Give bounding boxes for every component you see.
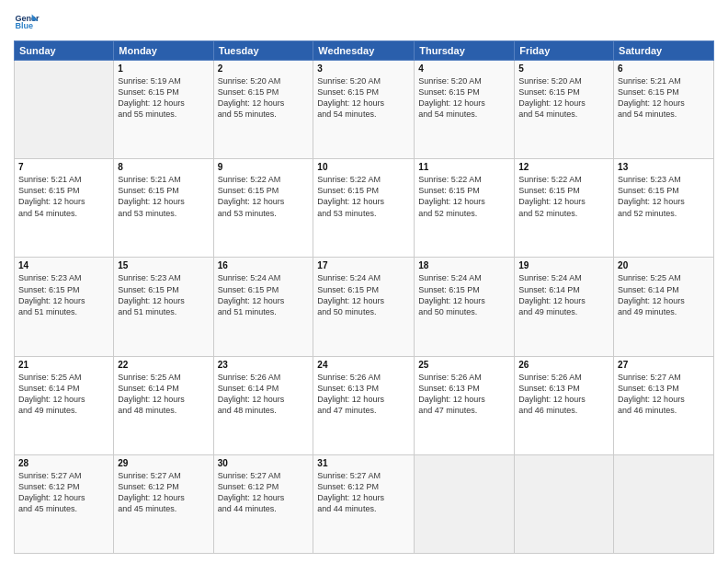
day-info-line: Daylight: 12 hours	[317, 196, 410, 207]
day-info-line: Daylight: 12 hours	[618, 196, 710, 207]
day-info-line: and 51 minutes.	[218, 306, 310, 317]
day-info-line: Daylight: 12 hours	[518, 394, 609, 405]
day-info-line: Sunset: 6:15 PM	[317, 185, 410, 196]
day-info-line: Sunrise: 5:23 AM	[18, 272, 109, 283]
calendar-cell	[515, 454, 614, 553]
day-info-line: and 54 minutes.	[618, 109, 710, 120]
calendar-cell: 27Sunrise: 5:27 AMSunset: 6:13 PMDayligh…	[614, 356, 714, 454]
day-number: 16	[218, 260, 310, 270]
calendar-cell: 7Sunrise: 5:21 AMSunset: 6:15 PMDaylight…	[15, 159, 114, 258]
calendar-cell: 22Sunrise: 5:25 AMSunset: 6:14 PMDayligh…	[114, 356, 213, 454]
day-info-line: Sunset: 6:15 PM	[418, 284, 510, 295]
day-info-line: Sunrise: 5:22 AM	[418, 174, 510, 185]
day-info-line: and 51 minutes.	[118, 306, 209, 317]
day-info-line: Sunrise: 5:25 AM	[618, 272, 710, 283]
day-info-line: Daylight: 12 hours	[618, 394, 710, 405]
day-info-line: Sunset: 6:15 PM	[618, 86, 710, 98]
day-info-line: Daylight: 12 hours	[618, 98, 710, 109]
day-info-line: and 49 minutes.	[18, 405, 109, 416]
calendar-cell: 30Sunrise: 5:27 AMSunset: 6:12 PMDayligh…	[213, 454, 313, 553]
day-info-line: Sunset: 6:15 PM	[518, 185, 609, 196]
day-number: 14	[18, 260, 109, 270]
day-info-line: Daylight: 12 hours	[218, 295, 310, 306]
day-info-line: Sunrise: 5:21 AM	[18, 174, 109, 185]
day-info-line: Sunset: 6:15 PM	[18, 284, 109, 295]
calendar-cell: 10Sunrise: 5:22 AMSunset: 6:15 PMDayligh…	[313, 159, 415, 258]
calendar-week-row: 28Sunrise: 5:27 AMSunset: 6:12 PMDayligh…	[15, 454, 714, 553]
day-info-line: and 52 minutes.	[618, 208, 710, 219]
day-info-line: Sunset: 6:15 PM	[418, 185, 510, 196]
calendar-day-header: Friday	[515, 41, 614, 61]
day-info-line: Sunset: 6:13 PM	[618, 383, 710, 394]
day-info-line: Daylight: 12 hours	[218, 196, 310, 207]
day-info-line: Daylight: 12 hours	[118, 196, 209, 207]
day-info-line: Sunset: 6:15 PM	[218, 284, 310, 295]
day-info-line: Sunset: 6:15 PM	[418, 86, 510, 98]
day-number: 28	[18, 458, 109, 468]
calendar-day-header: Sunday	[15, 41, 114, 61]
day-info-line: Daylight: 12 hours	[218, 394, 310, 405]
day-info-line: Sunrise: 5:27 AM	[218, 470, 310, 481]
calendar-cell: 23Sunrise: 5:26 AMSunset: 6:14 PMDayligh…	[213, 356, 313, 454]
day-info-line: Daylight: 12 hours	[418, 196, 510, 207]
day-info-line: and 45 minutes.	[18, 503, 109, 514]
day-info-line: Sunrise: 5:19 AM	[118, 75, 209, 86]
day-info-line: and 47 minutes.	[418, 405, 510, 416]
day-number: 5	[518, 63, 609, 74]
day-info-line: Daylight: 12 hours	[317, 295, 410, 306]
day-info-line: and 49 minutes.	[518, 306, 609, 317]
calendar-cell: 21Sunrise: 5:25 AMSunset: 6:14 PMDayligh…	[15, 356, 114, 454]
day-info-line: and 55 minutes.	[118, 109, 209, 120]
day-info-line: Sunrise: 5:24 AM	[518, 272, 609, 283]
calendar-header-row: SundayMondayTuesdayWednesdayThursdayFrid…	[15, 41, 714, 61]
day-number: 7	[18, 162, 109, 172]
day-info-line: Sunset: 6:14 PM	[218, 383, 310, 394]
day-info-line: Sunrise: 5:20 AM	[317, 75, 410, 86]
day-number: 8	[118, 162, 209, 172]
day-number: 12	[518, 162, 609, 172]
calendar-day-header: Tuesday	[213, 41, 313, 61]
day-info-line: Daylight: 12 hours	[218, 98, 310, 109]
day-info-line: Sunset: 6:13 PM	[518, 383, 609, 394]
day-number: 19	[518, 260, 609, 270]
calendar-day-header: Monday	[114, 41, 213, 61]
day-info-line: Sunrise: 5:27 AM	[118, 470, 209, 481]
day-info-line: Sunset: 6:15 PM	[218, 86, 310, 98]
day-info-line: Daylight: 12 hours	[18, 295, 109, 306]
day-number: 11	[418, 162, 510, 172]
calendar-cell: 17Sunrise: 5:24 AMSunset: 6:15 PMDayligh…	[313, 258, 415, 356]
day-number: 6	[618, 63, 710, 74]
day-info-line: and 47 minutes.	[317, 405, 410, 416]
calendar-table: SundayMondayTuesdayWednesdayThursdayFrid…	[14, 40, 714, 554]
day-info-line: Sunset: 6:14 PM	[18, 383, 109, 394]
day-number: 1	[118, 63, 209, 74]
calendar-cell: 20Sunrise: 5:25 AMSunset: 6:14 PMDayligh…	[614, 258, 714, 356]
day-info-line: and 44 minutes.	[317, 503, 410, 514]
day-info-line: Daylight: 12 hours	[618, 295, 710, 306]
day-number: 21	[18, 360, 109, 370]
day-info-line: Sunrise: 5:20 AM	[218, 75, 310, 86]
header: General Blue	[14, 9, 714, 35]
day-info-line: Sunset: 6:15 PM	[518, 86, 609, 98]
day-number: 17	[317, 260, 410, 270]
day-info-line: Sunrise: 5:27 AM	[18, 470, 109, 481]
day-info-line: Sunrise: 5:21 AM	[618, 75, 710, 86]
day-info-line: and 53 minutes.	[218, 208, 310, 219]
day-info-line: and 45 minutes.	[118, 503, 209, 514]
calendar-cell: 29Sunrise: 5:27 AMSunset: 6:12 PMDayligh…	[114, 454, 213, 553]
day-number: 23	[218, 360, 310, 370]
day-number: 20	[618, 260, 710, 270]
day-number: 13	[618, 162, 710, 172]
day-info-line: Daylight: 12 hours	[518, 196, 609, 207]
day-number: 26	[518, 360, 609, 370]
day-number: 22	[118, 360, 209, 370]
calendar-cell: 6Sunrise: 5:21 AMSunset: 6:15 PMDaylight…	[614, 61, 714, 159]
day-info-line: and 51 minutes.	[18, 306, 109, 317]
day-info-line: Daylight: 12 hours	[18, 492, 109, 503]
calendar-cell: 16Sunrise: 5:24 AMSunset: 6:15 PMDayligh…	[213, 258, 313, 356]
day-number: 25	[418, 360, 510, 370]
day-info-line: Sunrise: 5:25 AM	[18, 372, 109, 383]
day-info-line: Sunset: 6:15 PM	[18, 185, 109, 196]
calendar-cell: 26Sunrise: 5:26 AMSunset: 6:13 PMDayligh…	[515, 356, 614, 454]
calendar-cell: 24Sunrise: 5:26 AMSunset: 6:13 PMDayligh…	[313, 356, 415, 454]
